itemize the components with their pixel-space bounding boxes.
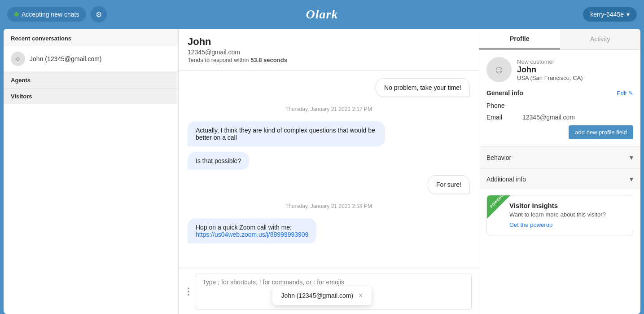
main-layout: Recent conversations ☺ John (12345@gmail…: [4, 29, 640, 314]
chat-messages: No problem, take your time! Thursday, Ja…: [179, 71, 479, 269]
sidebar-agents-title: Agents: [4, 72, 178, 88]
dots-menu-button[interactable]: [186, 286, 191, 297]
close-notification-button[interactable]: ×: [359, 292, 363, 300]
header-left: Accepting new chats ⚙: [7, 6, 107, 22]
message-4: For sure!: [428, 175, 470, 194]
username-label: kerry-6445e: [590, 11, 624, 18]
app-header: Accepting new chats ⚙ Olark kerry-6445e …: [0, 0, 644, 29]
behavior-label: Behavior: [486, 154, 511, 161]
customer-type: New customer: [517, 58, 583, 65]
user-menu-button[interactable]: kerry-6445e ▾: [583, 7, 637, 22]
phone-label: Phone: [486, 102, 522, 109]
conversation-name: John (12345@gmail.com): [30, 55, 102, 62]
gear-icon: ⚙: [96, 10, 102, 19]
conversation-item[interactable]: ☺ John (12345@gmail.com): [4, 46, 178, 72]
tab-profile[interactable]: Profile: [479, 29, 560, 49]
message-1: No problem, take your time!: [376, 78, 470, 97]
recent-conversations-title: Recent conversations: [4, 29, 178, 46]
email-value: 12345@gmail.com: [522, 114, 575, 121]
general-info-title: General info: [486, 89, 523, 97]
profile-name: John: [517, 65, 583, 75]
profile-avatar: ☺: [486, 57, 512, 82]
message-5: Hop on a quick Zoom call with me: https:…: [188, 218, 316, 243]
chevron-down-icon: ▾: [626, 11, 630, 18]
tab-activity[interactable]: Activity: [560, 29, 641, 49]
insights-desc: Want to learn more about this visitor?: [509, 211, 626, 218]
zoom-link[interactable]: https://us04web.zoom.us/j/88999993909: [196, 231, 308, 238]
dot-1: [188, 287, 189, 289]
right-panel: Profile Activity ☺ New customer John USA…: [479, 29, 640, 314]
additional-info-label: Additional info: [486, 176, 526, 183]
chat-contact-email: 12345@gmail.com: [188, 49, 470, 56]
profile-location: USA (San Francisco, CA): [517, 75, 583, 81]
insights-title: Visitor Insights: [509, 202, 626, 209]
message-3: Is that possible?: [188, 152, 249, 170]
message-2: Actually, I think they are kind of compl…: [188, 121, 385, 146]
dot-3: [188, 294, 189, 296]
status-indicator: [14, 12, 19, 17]
get-powerup-link[interactable]: Get the powerup: [509, 221, 552, 228]
accepting-label: Accepting new chats: [22, 11, 79, 18]
chat-area: John 12345@gmail.com Tends to respond wi…: [179, 29, 479, 314]
avatar: ☺: [11, 52, 25, 66]
behavior-chevron-icon: ▾: [630, 153, 633, 162]
sidebar-visitors-title: Visitors: [4, 88, 178, 104]
additional-info-accordion[interactable]: Additional info ▾: [479, 168, 640, 190]
profile-info: New customer John USA (San Francisco, CA…: [517, 58, 583, 81]
email-label: Email: [486, 114, 522, 121]
behavior-accordion[interactable]: Behavior ▾: [479, 146, 640, 168]
edit-link[interactable]: Edit ✎: [617, 90, 633, 97]
bottom-notification: John (12345@gmail.com) ×: [272, 286, 372, 305]
chat-header: John 12345@gmail.com Tends to respond wi…: [179, 29, 479, 71]
notification-text: John (12345@gmail.com): [281, 292, 354, 299]
chat-response-time: Tends to respond within 53.8 seconds: [188, 57, 470, 63]
sidebar: Recent conversations ☺ John (12345@gmail…: [4, 29, 179, 314]
app-logo: Olark: [306, 7, 338, 22]
visitor-insights-card: POWERUP Visitor Insights Want to learn m…: [486, 195, 633, 235]
insights-content: Visitor Insights Want to learn more abou…: [487, 195, 633, 235]
dot-2: [188, 291, 189, 292]
timestamp-1: Thursday, January 21 2021 2:17 PM: [188, 106, 470, 112]
panel-tabs: Profile Activity: [479, 29, 640, 50]
add-profile-field-button[interactable]: add new profile field: [569, 125, 633, 139]
additional-info-chevron-icon: ▾: [630, 175, 633, 183]
chat-contact-name: John: [188, 36, 470, 48]
settings-button[interactable]: ⚙: [91, 6, 107, 22]
email-row: Email 12345@gmail.com: [486, 114, 633, 121]
profile-header: ☺ New customer John USA (San Francisco, …: [486, 57, 633, 82]
profile-section: ☺ New customer John USA (San Francisco, …: [479, 50, 640, 146]
timestamp-2: Thursday, January 21 2021 2:18 PM: [188, 203, 470, 209]
accepting-chats-button[interactable]: Accepting new chats: [7, 7, 86, 22]
general-info-header: General info Edit ✎: [486, 89, 633, 97]
phone-row: Phone: [486, 102, 633, 109]
